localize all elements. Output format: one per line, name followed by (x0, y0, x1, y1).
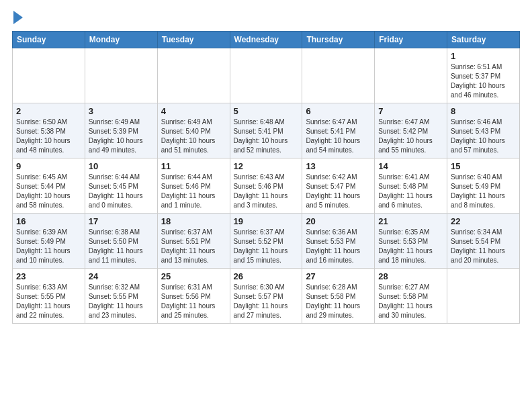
calendar-cell: 22Sunrise: 6:34 AM Sunset: 5:54 PM Dayli… (447, 214, 520, 269)
day-number: 10 (89, 161, 154, 171)
calendar-cell: 5Sunrise: 6:48 AM Sunset: 5:41 PM Daylig… (230, 103, 302, 158)
day-info: Sunrise: 6:41 AM Sunset: 5:48 PM Dayligh… (378, 173, 443, 210)
day-number: 21 (378, 216, 443, 226)
day-number: 16 (16, 216, 81, 226)
calendar-cell: 1Sunrise: 6:51 AM Sunset: 5:37 PM Daylig… (447, 48, 520, 103)
calendar-cell: 6Sunrise: 6:47 AM Sunset: 5:41 PM Daylig… (302, 103, 375, 158)
calendar-cell: 27Sunrise: 6:28 AM Sunset: 5:58 PM Dayli… (302, 269, 375, 324)
day-info: Sunrise: 6:45 AM Sunset: 5:44 PM Dayligh… (16, 173, 81, 210)
calendar-week-row: 9Sunrise: 6:45 AM Sunset: 5:44 PM Daylig… (13, 158, 520, 214)
calendar-cell: 8Sunrise: 6:46 AM Sunset: 5:43 PM Daylig… (447, 103, 520, 158)
day-info: Sunrise: 6:48 AM Sunset: 5:41 PM Dayligh… (234, 118, 299, 155)
weekday-header-thursday: Thursday (302, 32, 375, 48)
day-info: Sunrise: 6:39 AM Sunset: 5:49 PM Dayligh… (16, 228, 81, 265)
page: SundayMondayTuesdayWednesdayThursdayFrid… (0, 0, 532, 336)
day-info: Sunrise: 6:27 AM Sunset: 5:58 PM Dayligh… (378, 283, 443, 320)
day-number: 8 (451, 106, 516, 116)
calendar-cell: 16Sunrise: 6:39 AM Sunset: 5:49 PM Dayli… (13, 214, 85, 269)
calendar-cell: 19Sunrise: 6:37 AM Sunset: 5:52 PM Dayli… (230, 214, 302, 269)
day-info: Sunrise: 6:37 AM Sunset: 5:51 PM Dayligh… (161, 228, 226, 265)
calendar-cell: 24Sunrise: 6:32 AM Sunset: 5:55 PM Dayli… (85, 269, 157, 324)
calendar-cell: 26Sunrise: 6:30 AM Sunset: 5:57 PM Dayli… (230, 269, 302, 324)
day-info: Sunrise: 6:28 AM Sunset: 5:58 PM Dayligh… (306, 283, 371, 320)
day-number: 1 (451, 51, 516, 61)
day-number: 24 (89, 271, 154, 281)
calendar-week-row: 1Sunrise: 6:51 AM Sunset: 5:37 PM Daylig… (13, 48, 520, 103)
day-number: 20 (306, 216, 371, 226)
day-number: 3 (89, 106, 154, 116)
calendar-cell (13, 48, 85, 103)
weekday-header-tuesday: Tuesday (157, 32, 230, 48)
header (12, 12, 520, 24)
weekday-header-friday: Friday (375, 32, 447, 48)
day-info: Sunrise: 6:47 AM Sunset: 5:41 PM Dayligh… (306, 118, 371, 155)
calendar-cell (157, 48, 230, 103)
day-info: Sunrise: 6:51 AM Sunset: 5:37 PM Dayligh… (451, 62, 516, 100)
calendar-cell (230, 48, 302, 103)
calendar-cell (447, 269, 520, 324)
calendar-cell: 12Sunrise: 6:43 AM Sunset: 5:46 PM Dayli… (230, 158, 302, 214)
day-number: 26 (234, 271, 299, 281)
weekday-header-monday: Monday (85, 32, 157, 48)
weekday-header-wednesday: Wednesday (230, 32, 302, 48)
calendar-cell: 14Sunrise: 6:41 AM Sunset: 5:48 PM Dayli… (375, 158, 447, 214)
day-number: 17 (89, 216, 154, 226)
day-info: Sunrise: 6:30 AM Sunset: 5:57 PM Dayligh… (234, 283, 299, 320)
day-info: Sunrise: 6:36 AM Sunset: 5:53 PM Dayligh… (306, 228, 371, 265)
day-number: 23 (16, 271, 81, 281)
day-info: Sunrise: 6:40 AM Sunset: 5:49 PM Dayligh… (451, 173, 516, 210)
day-info: Sunrise: 6:31 AM Sunset: 5:56 PM Dayligh… (161, 283, 226, 320)
calendar-cell (375, 48, 447, 103)
day-info: Sunrise: 6:32 AM Sunset: 5:55 PM Dayligh… (89, 283, 154, 320)
day-number: 9 (16, 161, 81, 171)
day-info: Sunrise: 6:50 AM Sunset: 5:38 PM Dayligh… (16, 118, 81, 155)
day-info: Sunrise: 6:47 AM Sunset: 5:42 PM Dayligh… (378, 118, 443, 155)
day-number: 22 (451, 216, 516, 226)
day-number: 4 (161, 106, 226, 116)
calendar-cell: 13Sunrise: 6:42 AM Sunset: 5:47 PM Dayli… (302, 158, 375, 214)
calendar-week-row: 2Sunrise: 6:50 AM Sunset: 5:38 PM Daylig… (13, 103, 520, 158)
day-info: Sunrise: 6:35 AM Sunset: 5:53 PM Dayligh… (378, 228, 443, 265)
day-info: Sunrise: 6:34 AM Sunset: 5:54 PM Dayligh… (451, 228, 516, 265)
day-info: Sunrise: 6:42 AM Sunset: 5:47 PM Dayligh… (306, 173, 371, 210)
day-number: 15 (451, 161, 516, 171)
day-number: 28 (378, 271, 443, 281)
day-number: 18 (161, 216, 226, 226)
day-number: 13 (306, 161, 371, 171)
day-number: 25 (161, 271, 226, 281)
logo-arrow-icon (13, 11, 23, 24)
day-info: Sunrise: 6:49 AM Sunset: 5:40 PM Dayligh… (161, 118, 226, 155)
weekday-header-saturday: Saturday (447, 32, 520, 48)
day-info: Sunrise: 6:44 AM Sunset: 5:46 PM Dayligh… (161, 173, 226, 210)
day-info: Sunrise: 6:44 AM Sunset: 5:45 PM Dayligh… (89, 173, 154, 210)
weekday-header-row: SundayMondayTuesdayWednesdayThursdayFrid… (13, 32, 520, 48)
calendar-cell: 21Sunrise: 6:35 AM Sunset: 5:53 PM Dayli… (375, 214, 447, 269)
logo (12, 12, 23, 24)
day-info: Sunrise: 6:37 AM Sunset: 5:52 PM Dayligh… (234, 228, 299, 265)
calendar-cell (85, 48, 157, 103)
day-number: 14 (378, 161, 443, 171)
calendar-cell: 18Sunrise: 6:37 AM Sunset: 5:51 PM Dayli… (157, 214, 230, 269)
day-number: 7 (378, 106, 443, 116)
day-info: Sunrise: 6:46 AM Sunset: 5:43 PM Dayligh… (451, 118, 516, 155)
day-number: 27 (306, 271, 371, 281)
calendar-week-row: 16Sunrise: 6:39 AM Sunset: 5:49 PM Dayli… (13, 214, 520, 269)
calendar: SundayMondayTuesdayWednesdayThursdayFrid… (12, 31, 520, 324)
day-number: 11 (161, 161, 226, 171)
day-number: 2 (16, 106, 81, 116)
calendar-cell: 25Sunrise: 6:31 AM Sunset: 5:56 PM Dayli… (157, 269, 230, 324)
day-info: Sunrise: 6:43 AM Sunset: 5:46 PM Dayligh… (234, 173, 299, 210)
calendar-cell (302, 48, 375, 103)
day-number: 5 (234, 106, 299, 116)
calendar-cell: 7Sunrise: 6:47 AM Sunset: 5:42 PM Daylig… (375, 103, 447, 158)
calendar-cell: 17Sunrise: 6:38 AM Sunset: 5:50 PM Dayli… (85, 214, 157, 269)
calendar-cell: 3Sunrise: 6:49 AM Sunset: 5:39 PM Daylig… (85, 103, 157, 158)
calendar-cell: 15Sunrise: 6:40 AM Sunset: 5:49 PM Dayli… (447, 158, 520, 214)
day-number: 12 (234, 161, 299, 171)
day-number: 19 (234, 216, 299, 226)
calendar-cell: 23Sunrise: 6:33 AM Sunset: 5:55 PM Dayli… (13, 269, 85, 324)
day-info: Sunrise: 6:49 AM Sunset: 5:39 PM Dayligh… (89, 118, 154, 155)
calendar-cell: 28Sunrise: 6:27 AM Sunset: 5:58 PM Dayli… (375, 269, 447, 324)
calendar-week-row: 23Sunrise: 6:33 AM Sunset: 5:55 PM Dayli… (13, 269, 520, 324)
calendar-cell: 20Sunrise: 6:36 AM Sunset: 5:53 PM Dayli… (302, 214, 375, 269)
